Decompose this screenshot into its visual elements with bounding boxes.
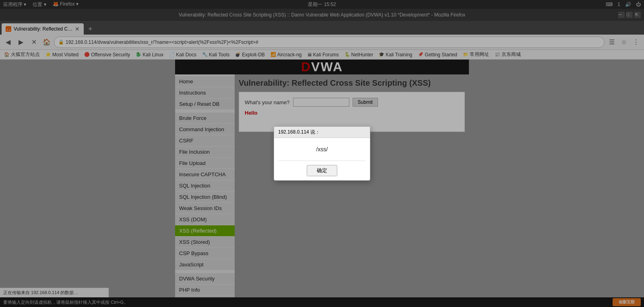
alert-origin: 192.168.0.114 说： (278, 129, 320, 136)
alert-titlebar: 192.168.0.114 说： (274, 127, 370, 138)
alert-message: /xss/ (316, 146, 328, 152)
alert-overlay: 192.168.0.114 说： /xss/ 确定 (0, 0, 644, 307)
alert-dialog: 192.168.0.114 说： /xss/ 确定 (274, 126, 370, 181)
alert-footer: 确定 (274, 161, 370, 180)
alert-ok-button[interactable]: 确定 (307, 165, 337, 176)
alert-content: /xss/ (274, 138, 370, 161)
